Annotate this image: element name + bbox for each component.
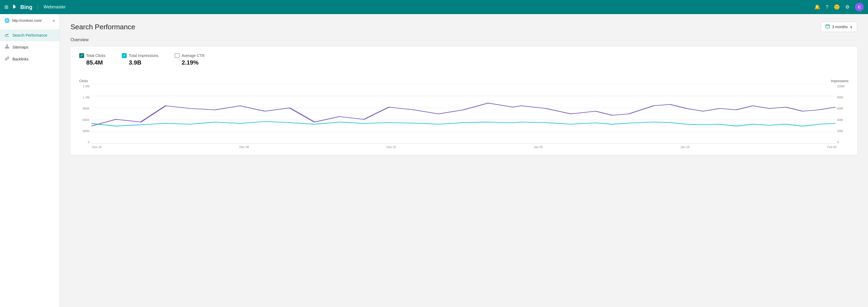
chart-svg <box>91 84 835 144</box>
y-axis-right: 100M 80M 60M 40M 20M 0 <box>835 84 848 144</box>
metric-total-impressions-header: ✓ Total Impressions <box>122 53 158 58</box>
grid-icon[interactable]: ⊞ <box>4 4 8 10</box>
topnav-right: 🔔 ? 🙂 ⚙ C <box>814 3 864 11</box>
average-ctr-value: 2.19% <box>175 59 205 66</box>
impressions-line <box>91 122 835 126</box>
date-filter-button[interactable]: 3 months ∨ <box>821 22 857 32</box>
y-left-label-1: 1.2M <box>83 96 90 99</box>
main-content: Search Performance 3 months ∨ Overview <box>60 14 868 307</box>
help-button[interactable]: ? <box>826 4 828 10</box>
sidebar-navigation: Search Performance Si <box>0 27 59 67</box>
total-impressions-value: 3.9B <box>122 59 158 66</box>
globe-icon: 🌐 <box>4 18 10 23</box>
site-url-text: http://contoso.com/ <box>12 19 51 23</box>
overview-section: Overview ✓ Total Clicks 85.4M <box>60 37 868 166</box>
svg-rect-3 <box>6 48 8 48</box>
overview-label: Overview <box>70 37 857 42</box>
x-label-4: Jan 19 <box>681 145 689 149</box>
metric-total-clicks-header: ✓ Total Clicks <box>79 53 105 58</box>
backlinks-icon <box>5 56 9 62</box>
calendar-icon <box>826 24 830 30</box>
page-title: Search Performance <box>70 23 135 31</box>
metrics-row: ✓ Total Clicks 85.4M ✓ Total Impression <box>79 53 848 71</box>
user-avatar[interactable]: C <box>855 3 864 11</box>
total-clicks-label: Total Clicks <box>86 54 105 58</box>
chart-right-axis-label: Impressions <box>831 79 848 83</box>
page-header: Search Performance 3 months ∨ <box>60 14 868 37</box>
settings-icon[interactable]: ⚙ <box>845 4 849 10</box>
top-navigation: ⊞ Bing Webmaster 🔔 ? 🙂 ⚙ C <box>0 0 868 14</box>
svg-rect-4 <box>8 48 9 48</box>
nav-divider <box>38 4 38 10</box>
date-filter-chevron-icon: ∨ <box>850 25 852 29</box>
svg-rect-10 <box>826 25 830 28</box>
sidebar-item-label-backlinks: Backlinks <box>12 57 29 61</box>
x-label-5: Feb 02 <box>827 145 837 149</box>
date-filter-label: 3 months <box>832 25 848 29</box>
metric-average-ctr: Average CTR 2.19% <box>175 53 205 66</box>
search-performance-icon <box>5 33 9 38</box>
metric-total-impressions: ✓ Total Impressions 3.9B <box>122 53 158 66</box>
y-left-label-0: 1.5M <box>83 85 90 88</box>
total-clicks-value: 85.4M <box>79 59 105 66</box>
url-chevron-icon: ∨ <box>53 19 55 23</box>
svg-rect-1 <box>6 45 8 45</box>
sidebar-item-label-search-performance: Search Performance <box>12 33 47 37</box>
y-left-label-5: 0 <box>88 141 90 144</box>
overview-card: ✓ Total Clicks 85.4M ✓ Total Impression <box>70 47 857 155</box>
checkmark-icon: ✓ <box>123 54 126 58</box>
sidebar-item-search-performance[interactable]: Search Performance <box>0 29 59 41</box>
total-clicks-checkbox[interactable]: ✓ <box>79 53 84 58</box>
checkmark-icon: ✓ <box>80 54 83 58</box>
site-url-selector[interactable]: 🌐 http://contoso.com/ ∨ <box>0 14 59 27</box>
main-layout: 🌐 http://contoso.com/ ∨ Search Performan… <box>0 14 868 307</box>
total-impressions-label: Total Impressions <box>129 54 158 58</box>
y-right-label-3: 40M <box>837 118 843 122</box>
sidebar-item-backlinks[interactable]: Backlinks <box>0 53 59 65</box>
chart-left-axis-label: Clicks <box>79 79 88 83</box>
bing-logo-icon <box>12 4 18 10</box>
sidebar-item-sitemaps[interactable]: Sitemaps <box>0 41 59 53</box>
sidebar-item-label-sitemaps: Sitemaps <box>12 45 28 49</box>
y-right-label-5: 0 <box>837 141 839 144</box>
average-ctr-label: Average CTR <box>182 54 205 58</box>
y-right-label-4: 20M <box>837 129 843 133</box>
y-left-label-3: 600K <box>83 118 90 122</box>
average-ctr-checkbox[interactable] <box>175 53 180 58</box>
y-right-label-2: 60M <box>837 107 843 110</box>
bing-text: Bing <box>20 4 32 10</box>
y-axis-left: 1.5M 1.2M 900K 600K 300K 0 <box>79 84 91 144</box>
notification-bell[interactable]: 🔔 <box>814 4 820 10</box>
x-label-2: Dec 22 <box>386 145 396 149</box>
chart-axis-labels: Clicks Impressions <box>79 79 848 83</box>
chart-wrapper: 1.5M 1.2M 900K 600K 300K 0 <box>79 84 848 144</box>
sidebar: 🌐 http://contoso.com/ ∨ Search Performan… <box>0 14 60 307</box>
bing-logo: Bing <box>12 4 32 10</box>
sitemaps-icon <box>5 44 9 50</box>
y-right-label-1: 80M <box>837 96 843 99</box>
y-left-label-2: 900K <box>83 107 90 110</box>
total-impressions-checkbox[interactable]: ✓ <box>122 53 127 58</box>
x-axis: Nov 24 Dec 08 Dec 22 Jan 05 Jan 19 Feb 0… <box>79 144 848 149</box>
feedback-icon[interactable]: 🙂 <box>834 4 840 10</box>
metric-average-ctr-header: Average CTR <box>175 53 205 58</box>
y-right-label-0: 100M <box>837 85 845 88</box>
y-left-label-4: 300K <box>83 129 90 133</box>
chart-area: Clicks Impressions 1.5M 1.2M 900K 600K 3… <box>79 79 848 149</box>
app-title: Webmaster <box>43 5 66 9</box>
svg-rect-2 <box>5 48 6 48</box>
x-label-0: Nov 24 <box>92 145 102 149</box>
x-label-1: Dec 08 <box>240 145 249 149</box>
metric-total-clicks: ✓ Total Clicks 85.4M <box>79 53 105 66</box>
x-label-3: Jan 05 <box>534 145 543 149</box>
